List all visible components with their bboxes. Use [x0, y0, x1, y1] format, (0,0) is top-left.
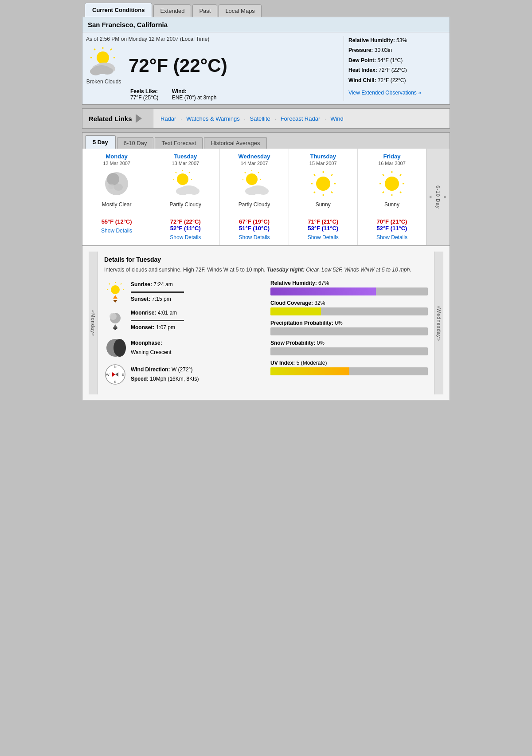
- tab-text-forecast[interactable]: Text Forecast: [155, 137, 203, 149]
- location-title: San Francisco, California: [82, 17, 450, 32]
- day-low-friday: 52°F (11°C): [361, 225, 422, 232]
- day-date-friday: 16 Mar 2007: [361, 161, 422, 166]
- sunrise-sunset-row: Sunrise: 7:24 am Sunset: 7:15 pm: [104, 280, 262, 304]
- svg-point-16: [108, 184, 114, 189]
- svg-line-48: [400, 192, 401, 193]
- five-day-wrapper: Monday 12 Mar 2007 Mostly Clear 55°F (12…: [82, 149, 450, 245]
- related-arrow-icon: [136, 114, 142, 123]
- svg-marker-64: [113, 328, 117, 330]
- cc-wind-chill: Wind Chill: 72°F (22°C): [348, 76, 446, 85]
- link-wind[interactable]: Wind: [330, 115, 344, 122]
- link-radar[interactable]: Radar: [160, 115, 176, 122]
- svg-line-52: [383, 174, 384, 176]
- tab-extended[interactable]: Extended: [153, 4, 191, 17]
- main-tab-bar: Current Conditions Extended Past Local M…: [82, 0, 450, 17]
- day-condition-tuesday: Partly Cloudy: [155, 201, 216, 216]
- humidity-bar-outer: [270, 287, 428, 295]
- day-high-monday: 55°F (12°C): [86, 218, 147, 225]
- cc-dew-point: Dew Point: 54°F (1°C): [348, 56, 446, 65]
- show-details-friday[interactable]: Show Details: [361, 234, 422, 240]
- details-title: Details for Tuesday: [104, 256, 428, 263]
- cc-feels-wind: Feels Like: 77°F (25°C) Wind: ENE (70°) …: [130, 88, 338, 101]
- tab-local-maps[interactable]: Local Maps: [219, 4, 261, 17]
- link-satellite[interactable]: Satellite: [250, 115, 270, 122]
- day-col-thursday: Thursday 15 Mar 2007: [289, 149, 358, 245]
- cc-wind: Wind: ENE (70°) at 3mph: [172, 88, 217, 101]
- show-details-wednesday[interactable]: Show Details: [223, 234, 285, 240]
- sunny-icon-fri: [378, 169, 406, 198]
- day-low-thursday: 53°F (11°C): [293, 225, 354, 232]
- svg-point-53: [111, 285, 120, 294]
- day-date-thursday: 15 Mar 2007: [293, 161, 354, 166]
- day-name-thursday: Thursday: [293, 153, 354, 160]
- moonphase-info: Moonphase: Waning Crescent: [131, 339, 172, 358]
- tab-current-conditions[interactable]: Current Conditions: [85, 3, 152, 17]
- svg-line-50: [383, 192, 384, 193]
- monday-nav-arrow[interactable]: « Monday «: [89, 252, 98, 394]
- moonrise-moonset-row: Moonrise: 4:01 am Moonset: 1:07 pm: [104, 308, 262, 332]
- day-low-wednesday: 51°F (10°C): [223, 225, 285, 232]
- sun-timeline-bar: [131, 291, 184, 293]
- day-name-monday: Monday: [86, 153, 147, 160]
- cc-main: Broken Clouds 72°F (22°C): [86, 47, 338, 85]
- five-day-grid: Monday 12 Mar 2007 Mostly Clear 55°F (12…: [82, 149, 426, 245]
- related-links-title: Related Links: [82, 109, 153, 128]
- cc-humidity: Relative Humidity: 53%: [348, 36, 446, 45]
- svg-point-25: [189, 188, 200, 195]
- svg-line-5: [94, 49, 95, 50]
- link-forecast-radar[interactable]: Forecast Radar: [281, 115, 321, 122]
- svg-text:N: N: [114, 365, 117, 369]
- wind-row: N S W E Wind Direction: W (272°): [104, 363, 262, 386]
- day-date-wednesday: 14 Mar 2007: [223, 161, 285, 166]
- svg-line-21: [176, 172, 176, 173]
- svg-line-30: [245, 172, 246, 173]
- show-details-tuesday[interactable]: Show Details: [155, 234, 216, 240]
- six-ten-day-nav[interactable]: » 6-10 Day »: [426, 149, 450, 245]
- partly-cloudy-icon-wed: [240, 169, 269, 198]
- svg-line-55: [121, 284, 121, 284]
- show-details-thursday[interactable]: Show Details: [293, 234, 354, 240]
- cloud-bar-outer: [270, 307, 428, 315]
- day-condition-monday: Mostly Clear: [86, 201, 147, 216]
- current-conditions-panel: San Francisco, California As of 2:56 PM …: [82, 17, 450, 105]
- wednesday-nav-arrow[interactable]: » Wednesday »: [434, 252, 443, 394]
- show-details-monday[interactable]: Show Details: [86, 228, 147, 234]
- view-extended-link[interactable]: View Extended Observations »: [348, 88, 446, 97]
- wind-compass-icon: N S W E: [104, 363, 126, 386]
- link-watches[interactable]: Watches & Warnings: [186, 115, 239, 122]
- svg-text:W: W: [106, 373, 110, 377]
- svg-point-34: [258, 188, 269, 195]
- day-col-wednesday: Wednesday 14 Mar 2007: [220, 149, 289, 245]
- cc-temperature: 72°F (22°C): [129, 55, 227, 76]
- svg-text:S: S: [114, 380, 116, 384]
- sunrise-icon: [104, 281, 126, 303]
- tab-past[interactable]: Past: [192, 4, 217, 17]
- forecast-panel: 5 Day 6-10 Day Text Forecast Historical …: [82, 132, 450, 400]
- day-col-monday: Monday 12 Mar 2007 Mostly Clear 55°F (12…: [82, 149, 151, 245]
- tab-5day[interactable]: 5 Day: [85, 135, 116, 149]
- uv-bar-outer: [270, 367, 428, 375]
- svg-line-41: [314, 192, 315, 193]
- day-col-friday: Friday 16 Mar 2007: [358, 149, 426, 245]
- day-high-friday: 70°F (21°C): [361, 218, 422, 225]
- day-name-tuesday: Tuesday: [155, 153, 216, 160]
- svg-marker-60: [113, 300, 117, 303]
- svg-line-46: [400, 174, 401, 176]
- broken-clouds-icon: [86, 47, 121, 75]
- svg-line-37: [331, 174, 332, 176]
- details-section: « Monday « Details for Tuesday Intervals…: [82, 245, 450, 400]
- cloud-bar-fill: [270, 307, 321, 315]
- cc-right-section: Relative Humidity: 53% Pressure: 30.03in…: [348, 36, 446, 101]
- tab-610day[interactable]: 6-10 Day: [117, 137, 154, 149]
- moon-rise-icon: [104, 309, 126, 331]
- tab-historical[interactable]: Historical Averages: [204, 137, 266, 149]
- details-night-label: Tuesday night: Clear. Low 52F. Winds WNW…: [267, 267, 411, 273]
- details-description: Intervals of clouds and sunshine. High 7…: [104, 266, 428, 274]
- cc-pressure: Pressure: 30.03in: [348, 46, 446, 55]
- uv-bar-group: UV Index: 5 (Moderate): [270, 360, 428, 375]
- day-high-tuesday: 72°F (22°C): [155, 218, 216, 225]
- svg-line-39: [331, 192, 332, 193]
- precip-bar-outer: [270, 327, 428, 335]
- forecast-tab-bar: 5 Day 6-10 Day Text Forecast Historical …: [82, 133, 450, 149]
- svg-point-11: [90, 67, 102, 75]
